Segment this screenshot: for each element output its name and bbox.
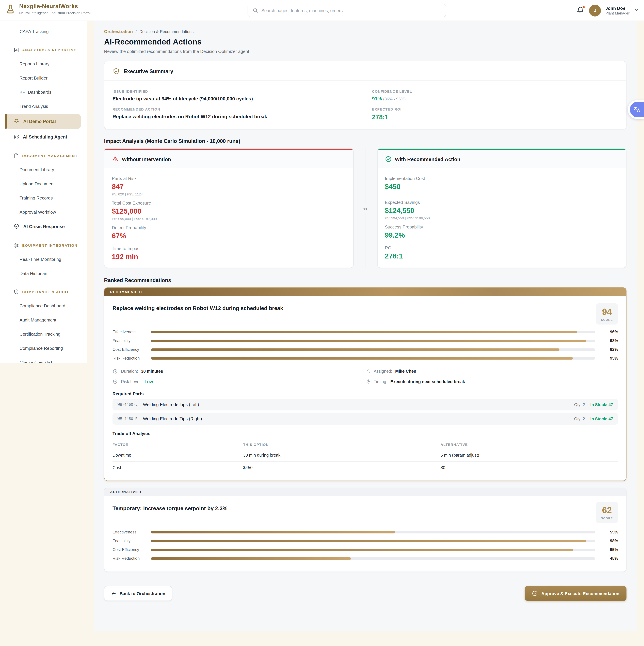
approve-execute-button[interactable]: Approve & Execute Recommendation: [525, 586, 627, 601]
with-recommended-action-title: With Recommended Action: [395, 156, 461, 162]
recommendation-title: Replace welding electrodes on Robot W12 …: [113, 305, 483, 311]
sidebar: CAPA Tracking ANALYTICS & REPORTING Repo…: [0, 21, 94, 363]
impact-analysis-title: Impact Analysis (Monte Carlo Simulation …: [104, 138, 627, 144]
check-circle-icon: [532, 590, 538, 597]
without-intervention-card: Without Intervention Parts at Risk 847 P…: [104, 148, 354, 268]
user-block[interactable]: John Doe Plant Manager: [606, 6, 630, 15]
arrow-left-icon: [111, 590, 117, 596]
score-badge: 62 SCORE: [596, 502, 618, 523]
page-subtitle: Review the optimized recommendations fro…: [104, 49, 627, 54]
badge-label: RECOMMENDED: [110, 290, 142, 294]
sidebar-item-data-historian[interactable]: Data Historian: [0, 266, 87, 281]
sidebar-item-compliance-reporting[interactable]: Compliance Reporting: [0, 341, 87, 355]
tradeoff-header-row: FACTOR THIS OPTION ALTERNATIVE: [113, 440, 618, 449]
approve-button-label: Approve & Execute Recommendation: [541, 591, 619, 596]
shield-check-icon: [113, 68, 120, 75]
bar-row: Effectiveness 55%: [113, 528, 618, 536]
sidebar-item-ai-crisis-response[interactable]: AI Crisis Response: [0, 219, 87, 234]
back-button-label: Back to Orchestration: [120, 591, 165, 596]
executive-summary-title: Executive Summary: [124, 69, 173, 75]
part-code: WE-4450-R: [118, 417, 138, 421]
sidebar-item-ai-demo-portal-active[interactable]: AI Demo Portal: [5, 114, 81, 129]
metric-percentiles: P5: $94,550 | P95: $186,550: [385, 216, 619, 220]
bar-fill: [151, 540, 586, 542]
part-qty: Qty: 2: [574, 416, 585, 421]
shield-check-icon: [13, 289, 19, 295]
sidebar-item-reports-library[interactable]: Reports Library: [0, 57, 87, 71]
bar-fill: [151, 548, 573, 551]
check-circle-icon: [385, 156, 392, 163]
bar-percent: 55%: [600, 530, 618, 534]
tradeoff-analysis-title: Trade-off Analysis: [113, 431, 618, 436]
bar-track: [151, 348, 595, 351]
tradeoff-cell: $0: [440, 465, 618, 470]
sidebar-item-training-records[interactable]: Training Records: [0, 191, 87, 205]
layout-grid-icon: [13, 134, 19, 140]
breadcrumb-separator: /: [136, 29, 137, 34]
tradeoff-row: Downtime 30 min during break 5 min (para…: [113, 449, 618, 461]
notification-dot: [583, 6, 585, 8]
tradeoff-header: ALTERNATIVE: [440, 442, 618, 446]
bar-track: [151, 531, 595, 533]
sidebar-item-real-time-monitoring[interactable]: Real-Time Monitoring: [0, 252, 87, 266]
sidebar-section-label: ANALYTICS & REPORTING: [22, 48, 77, 52]
chevron-down-icon[interactable]: [634, 7, 639, 14]
score-caption: SCORE: [596, 517, 618, 520]
detail-value: Low: [144, 379, 153, 384]
confidence-range: (86% - 95%): [383, 97, 405, 101]
sidebar-item-ai-scheduling-agent[interactable]: AI Scheduling Agent: [0, 129, 87, 144]
bar-percent: 98%: [600, 338, 618, 343]
confidence-level-value: 91% (86% - 95%): [372, 96, 618, 101]
page-title: AI-Recommended Actions: [104, 37, 627, 46]
bar-fill: [151, 557, 351, 559]
alternative-title: Temporary: Increase torque setpoint by 2…: [113, 506, 483, 512]
global-search[interactable]: [248, 4, 446, 17]
detail-value: 30 minutes: [141, 369, 163, 373]
bar-track: [151, 331, 595, 333]
sidebar-section-compliance-audit: COMPLIANCE & AUDIT: [0, 285, 87, 299]
timing-detail: Timing: Execute during next scheduled br…: [365, 379, 618, 385]
metric-value: 67%: [112, 232, 346, 240]
sidebar-item-certification-tracking[interactable]: Certification Tracking: [0, 327, 87, 341]
detail-value: Execute during next scheduled break: [390, 379, 465, 384]
recommended-action-label: RECOMMENDED ACTION: [113, 107, 359, 111]
score-caption: SCORE: [596, 318, 618, 321]
metric-value: 847: [112, 183, 346, 191]
back-to-orchestration-button[interactable]: Back to Orchestration: [104, 586, 172, 601]
sidebar-item-upload-document[interactable]: Upload Document: [0, 177, 87, 191]
sidebar-item-document-library[interactable]: Document Library: [0, 163, 87, 177]
document-icon: [13, 153, 19, 158]
brand: Nexgile-NeuralWorks Neural Intelligence.…: [5, 3, 91, 15]
bar-percent: 92%: [600, 347, 618, 352]
sidebar-item-audit-management[interactable]: Audit Management: [0, 313, 87, 327]
sidebar-item-compliance-dashboard[interactable]: Compliance Dashboard: [0, 299, 87, 313]
bar-label: Feasibility: [113, 338, 146, 343]
lightbulb-icon: [13, 118, 19, 124]
score-bars: Effectiveness 96% Feasibility 98% Cost E…: [113, 328, 618, 362]
sidebar-item-trend-analysis[interactable]: Trend Analysis: [0, 99, 87, 113]
assigned-detail: Assigned: Mike Chen: [365, 368, 618, 374]
metric-percentiles: P5: $95,000 | P95: $187,000: [112, 217, 346, 221]
score-value: 62: [596, 505, 618, 516]
vs-separator: vs: [354, 148, 377, 268]
sidebar-item-clause-checklist[interactable]: Clause Checklist: [0, 355, 87, 363]
search-input[interactable]: [261, 8, 441, 13]
tradeoff-header: FACTOR: [113, 442, 243, 446]
bar-row: Cost Efficiency 95%: [113, 545, 618, 554]
detail-label: Risk Level:: [121, 379, 141, 384]
vs-label: vs: [363, 203, 368, 213]
notifications-button[interactable]: [577, 6, 585, 14]
bar-row: Feasibility 98%: [113, 336, 618, 345]
sidebar-item-capa-tracking[interactable]: CAPA Tracking: [0, 24, 87, 38]
sidebar-item-kpi-dashboards[interactable]: KPI Dashboards: [0, 85, 87, 99]
sidebar-item-report-builder[interactable]: Report Builder: [0, 71, 87, 85]
breadcrumb-orchestration[interactable]: Orchestration: [104, 29, 133, 34]
avatar[interactable]: J: [589, 5, 601, 16]
score-badge: 94 SCORE: [596, 303, 618, 325]
metric-value: $450: [385, 183, 619, 191]
sidebar-item-approval-workflow[interactable]: Approval Workflow: [0, 205, 87, 219]
tradeoff-cell: Downtime: [113, 453, 243, 458]
ranked-recommendations-title: Ranked Recommendations: [104, 277, 627, 284]
alternative-option-card: ALTERNATIVE 1 62 SCORE Temporary: Increa…: [104, 488, 627, 572]
metric-percentiles: P5: 620 | P95: 1124: [112, 192, 346, 196]
